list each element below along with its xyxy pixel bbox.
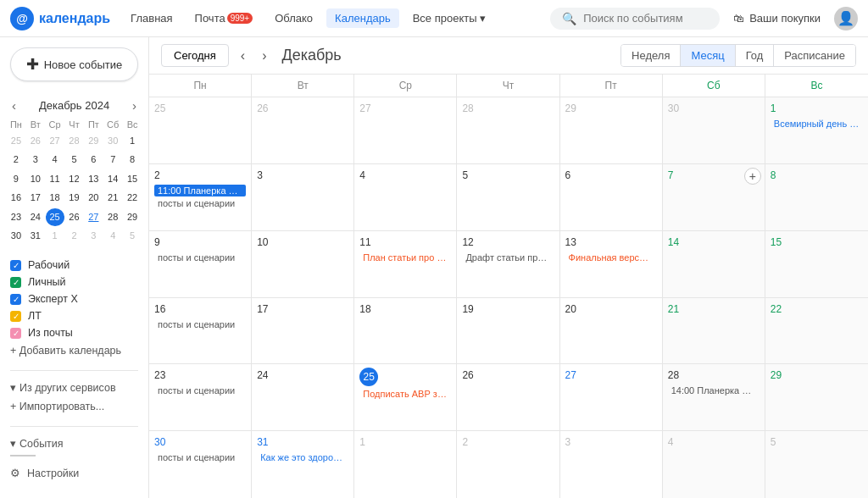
add-calendar-button[interactable]: + Добавить календарь bbox=[10, 341, 138, 360]
cal-cell[interactable]: 19 bbox=[457, 298, 559, 364]
mini-day-today[interactable]: 25 bbox=[46, 208, 64, 226]
cal-cell[interactable]: 27 bbox=[354, 97, 457, 163]
mini-day[interactable]: 25 bbox=[7, 132, 25, 150]
view-week-button[interactable]: Неделя bbox=[621, 45, 681, 66]
cal-cell[interactable]: 21 bbox=[663, 298, 765, 364]
nav-projects[interactable]: Все проекты ▾ bbox=[404, 8, 494, 28]
mini-day[interactable]: 5 bbox=[65, 151, 84, 169]
mini-day[interactable]: 28 bbox=[103, 208, 122, 226]
cal-cell[interactable]: 30 посты и сценарии bbox=[149, 431, 252, 498]
cal-cell[interactable]: 10 bbox=[252, 231, 354, 297]
cal-cell[interactable]: 27 bbox=[560, 364, 663, 430]
cal-cell[interactable]: 28 14:00 Планерка итог... bbox=[663, 364, 765, 430]
mini-day[interactable]: 1 bbox=[123, 132, 142, 150]
day-num[interactable]: 21 bbox=[668, 302, 760, 317]
event-chip[interactable]: посты и сценарии bbox=[154, 385, 246, 396]
event-chip[interactable]: Драфт статьи про ка... bbox=[462, 252, 554, 263]
mini-day[interactable]: 10 bbox=[26, 170, 45, 188]
cal-cell[interactable]: 24 bbox=[252, 364, 354, 430]
mini-day[interactable]: 29 bbox=[123, 208, 142, 226]
mini-day[interactable]: 12 bbox=[65, 170, 84, 188]
mini-day[interactable]: 17 bbox=[26, 189, 45, 207]
mini-day[interactable]: 9 bbox=[7, 170, 25, 188]
day-num[interactable]: 31 bbox=[257, 434, 348, 450]
cal-cell[interactable]: 25 Подписать АВР за де... bbox=[354, 364, 457, 430]
mini-day[interactable]: 18 bbox=[46, 189, 64, 207]
day-num[interactable]: 8 bbox=[771, 168, 863, 183]
cal-cell[interactable]: 26 bbox=[457, 364, 559, 430]
events-toggle[interactable]: ▾ События bbox=[10, 437, 138, 450]
mini-day[interactable]: 16 bbox=[7, 189, 25, 207]
cal-cell[interactable]: 20 bbox=[560, 298, 663, 364]
mini-day[interactable]: 31 bbox=[26, 227, 45, 245]
mini-day[interactable]: 5 bbox=[123, 227, 142, 245]
event-chip[interactable]: Финальная версия с... bbox=[565, 252, 657, 263]
mini-day[interactable]: 21 bbox=[103, 189, 122, 207]
view-year-button[interactable]: Год bbox=[736, 45, 775, 66]
cal-cell[interactable]: 4 bbox=[663, 431, 765, 498]
calendar-item-lt[interactable]: ✓ ЛТ bbox=[10, 307, 138, 324]
cal-cell[interactable]: 5 bbox=[457, 164, 559, 230]
cal-cell[interactable]: 6 bbox=[560, 164, 663, 230]
view-schedule-button[interactable]: Расписание bbox=[774, 45, 855, 66]
mini-day[interactable]: 22 bbox=[123, 189, 142, 207]
mini-day[interactable]: 3 bbox=[84, 227, 103, 245]
mini-day[interactable]: 23 bbox=[7, 208, 25, 226]
new-event-button[interactable]: ✚ Новое событие bbox=[10, 47, 138, 81]
cal-cell[interactable]: 29 bbox=[560, 97, 663, 163]
mini-day[interactable]: 1 bbox=[46, 227, 64, 245]
mini-day[interactable]: 27 bbox=[84, 208, 103, 226]
purchases-button[interactable]: 🛍 Ваши покупки bbox=[725, 8, 829, 28]
event-chip[interactable]: посты и сценарии bbox=[154, 318, 246, 330]
cal-cell[interactable]: 28 bbox=[457, 97, 559, 163]
mini-day[interactable]: 14 bbox=[103, 170, 122, 188]
view-month-button[interactable]: Месяц bbox=[681, 45, 735, 66]
mini-day[interactable]: 27 bbox=[46, 132, 64, 150]
mini-day[interactable]: 3 bbox=[26, 151, 45, 169]
cal-cell[interactable]: 17 bbox=[252, 298, 354, 364]
event-chip[interactable]: 11:00 Планерка декаб... bbox=[154, 185, 246, 196]
mini-day[interactable]: 4 bbox=[103, 227, 122, 245]
cal-cell[interactable]: 11 План статьи про кал... bbox=[354, 231, 457, 297]
calendar-item-pochta[interactable]: ✓ Из почты bbox=[10, 324, 138, 341]
cal-cell[interactable]: 25 bbox=[149, 97, 252, 163]
cal-cell[interactable]: 23 посты и сценарии bbox=[149, 364, 252, 430]
cal-cell[interactable]: 9 посты и сценарии bbox=[149, 231, 252, 297]
next-month-button[interactable]: › bbox=[257, 45, 271, 67]
import-button[interactable]: + Импортировать... bbox=[10, 397, 138, 416]
cal-cell[interactable]: 29 bbox=[765, 364, 868, 430]
nav-home[interactable]: Главная bbox=[122, 8, 181, 28]
cal-cell[interactable]: 8 bbox=[765, 164, 868, 230]
mini-day[interactable]: 28 bbox=[65, 132, 84, 150]
mini-prev-button[interactable]: ‹ bbox=[8, 97, 19, 114]
cal-cell[interactable]: 15 bbox=[765, 231, 868, 297]
search-input[interactable] bbox=[583, 12, 708, 25]
mini-day[interactable]: 19 bbox=[65, 189, 84, 207]
day-num[interactable]: 27 bbox=[565, 368, 657, 383]
nav-cloud[interactable]: Облако bbox=[266, 8, 321, 28]
cal-cell[interactable]: 31 Как же это здорово ... bbox=[252, 431, 354, 498]
mini-day[interactable]: 2 bbox=[7, 151, 25, 169]
nav-mail[interactable]: Почта 999+ bbox=[186, 8, 262, 28]
mini-day[interactable]: 13 bbox=[84, 170, 103, 188]
mini-day[interactable]: 8 bbox=[123, 151, 142, 169]
day-num[interactable]: 15 bbox=[771, 235, 863, 250]
mini-day[interactable]: 20 bbox=[84, 189, 103, 207]
day-num[interactable]: 30 bbox=[154, 434, 246, 450]
calendar-item-ekspert[interactable]: ✓ Эксперт Х bbox=[10, 290, 138, 307]
event-chip[interactable]: 14:00 Планерка итог... bbox=[668, 385, 760, 396]
mini-day[interactable]: 11 bbox=[46, 170, 64, 188]
mini-day[interactable]: 29 bbox=[84, 132, 103, 150]
cal-cell[interactable]: 2 bbox=[457, 431, 559, 498]
settings-button[interactable]: ⚙ Настройки bbox=[0, 462, 148, 484]
mini-day[interactable]: 4 bbox=[46, 151, 64, 169]
day-num[interactable]: 29 bbox=[771, 368, 863, 383]
mini-day[interactable]: 6 bbox=[84, 151, 103, 169]
cal-cell[interactable]: 22 bbox=[765, 298, 868, 364]
cal-cell[interactable]: 3 bbox=[560, 431, 663, 498]
cal-cell[interactable]: 1 bbox=[354, 431, 457, 498]
event-chip[interactable]: План статьи про кал... bbox=[359, 252, 451, 263]
day-num[interactable]: 22 bbox=[771, 302, 863, 317]
event-chip[interactable]: Всемирный день бо... bbox=[771, 118, 863, 130]
mini-day[interactable]: 24 bbox=[26, 208, 45, 226]
